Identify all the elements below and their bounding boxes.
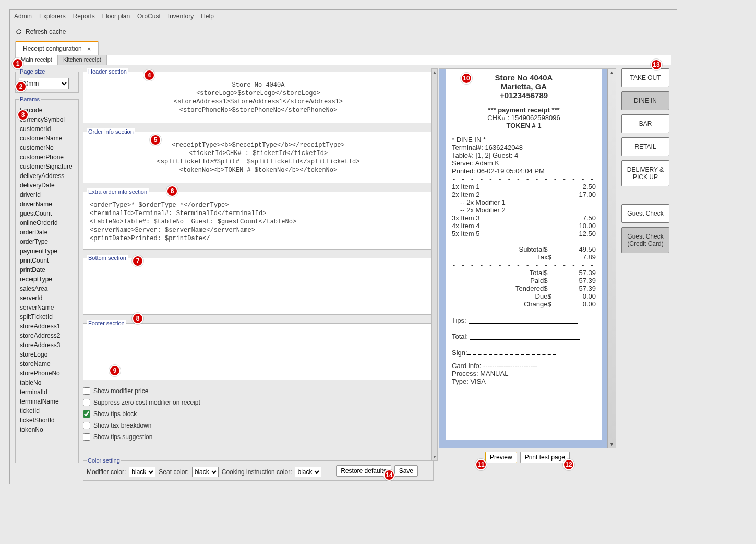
param-guestCount[interactable]: guestCount <box>19 209 75 218</box>
menu-reports[interactable]: Reports <box>73 13 95 20</box>
param-serverId[interactable]: serverId <box>19 293 75 303</box>
param-tableNo[interactable]: tableNo <box>19 378 75 387</box>
btn-dinein[interactable]: DINE IN <box>621 91 669 110</box>
param-driverId[interactable]: driverId <box>19 190 75 199</box>
param-storeName[interactable]: storeName <box>19 359 75 369</box>
param-customerSignature[interactable]: customerSignature <box>19 162 75 171</box>
param-storePhoneNo[interactable]: storePhoneNo <box>19 369 75 378</box>
preview-scrollbar[interactable] <box>607 69 616 448</box>
sign-label: Sign: <box>452 349 467 357</box>
preview-button[interactable]: Preview <box>485 452 517 463</box>
param-splitTicketId[interactable]: splitTicketId <box>19 312 75 322</box>
item-row: 4x Item 410.00 <box>452 222 596 230</box>
param-storeLogo[interactable]: storeLogo <box>19 350 75 359</box>
param-orderType[interactable]: orderType <box>19 237 75 246</box>
preview-table: Table#: [1, 2] Guest: 4 <box>452 151 596 159</box>
preview-city: Marietta, GA <box>452 82 596 91</box>
param-receiptType[interactable]: receiptType <box>19 275 75 284</box>
preview-printed: Printed: 06-02-19 05:04:04 PM <box>452 167 596 175</box>
refresh-button[interactable]: Refresh cache <box>26 28 66 36</box>
param-printCount[interactable]: printCount <box>19 256 75 265</box>
param-tokenNo[interactable]: tokenNo <box>19 425 75 434</box>
restore-button[interactable]: Restore defaults <box>336 465 391 477</box>
param-customerName[interactable]: customerName <box>19 134 75 143</box>
page-size-legend: Page size <box>19 68 46 75</box>
badge-2: 2 <box>15 81 27 92</box>
btn-retail[interactable]: RETAIL <box>621 137 669 156</box>
params-list[interactable]: barcodecurrencySymbolcustomerIdcustomerN… <box>19 105 75 459</box>
menu-help[interactable]: Help <box>201 13 214 20</box>
print-test-button[interactable]: Print test page <box>520 452 570 463</box>
param-terminalName[interactable]: terminalName <box>19 397 75 406</box>
param-serverName[interactable]: serverName <box>19 303 75 312</box>
param-salesArea[interactable]: salesArea <box>19 284 75 293</box>
param-customerPhone[interactable]: customerPhone <box>19 152 75 162</box>
opt-suppress-zero[interactable]: Suppress zero cost modifier on receipt <box>83 397 434 408</box>
menu-inventory[interactable]: Inventory <box>168 13 194 20</box>
item-row: 3x Item 37.50 <box>452 214 596 222</box>
param-onlineOrderId[interactable]: onlineOrderId <box>19 218 75 228</box>
preview-type: *** payment receipt *** <box>452 106 596 114</box>
order-code[interactable]: <receiptType><b>$receiptType</b></receip… <box>87 138 430 180</box>
param-ticketShortId[interactable]: ticketShortId <box>19 416 75 425</box>
dash-1: - - - - - - - - - - - - - - - - - - - - … <box>452 175 596 183</box>
order-legend: Order info section <box>87 128 135 135</box>
param-deliveryAddress[interactable]: deliveryAddress <box>19 171 75 181</box>
badge-5: 5 <box>150 134 161 146</box>
extra-code[interactable]: <orderType>* $orderType *</orderType> <t… <box>87 198 430 246</box>
param-paymentType[interactable]: paymentType <box>19 246 75 256</box>
tab-label: Receipt configuration <box>23 45 82 52</box>
btn-guestcheck[interactable]: Guest Check <box>621 204 669 223</box>
cooking-color-select[interactable]: black <box>295 467 321 477</box>
save-button[interactable]: Save <box>394 465 418 477</box>
menu-explorers[interactable]: Explorers <box>39 13 66 20</box>
btn-bar[interactable]: BAR <box>621 114 669 133</box>
param-storeAddress2[interactable]: storeAddress2 <box>19 331 75 340</box>
close-icon[interactable]: × <box>87 45 91 53</box>
preview-pane: Store No 4040A Marietta, GA +0123456789 … <box>439 68 616 448</box>
param-orderDate[interactable]: orderDate <box>19 228 75 237</box>
cooking-color-label: Cooking instruction color: <box>222 468 292 476</box>
header-code[interactable]: Store No 4040A <storeLogo>$storeLogo</st… <box>87 78 430 120</box>
footer-code[interactable] <box>87 329 430 376</box>
params-legend: Params <box>19 96 41 102</box>
bottom-code[interactable] <box>87 264 430 311</box>
seat-color-select[interactable]: black <box>192 467 219 477</box>
btn-takeout[interactable]: TAKE OUT <box>621 68 669 87</box>
header-section: Header section Store No 4040A <storeLogo… <box>83 68 434 123</box>
param-printDate[interactable]: printDate <box>19 265 75 275</box>
opt-show-tips[interactable]: Show tips block <box>83 408 434 420</box>
order-section: Order info section <receiptType><b>$rece… <box>83 128 434 183</box>
opt-modifier-price[interactable]: Show modifier price <box>83 385 434 397</box>
param-deliveryDate[interactable]: deliveryDate <box>19 181 75 190</box>
tab-receipt-config[interactable]: Receipt configuration × <box>15 41 99 55</box>
dash-2: - - - - - - - - - - - - - - - - - - - - … <box>452 238 596 245</box>
modifier-color-select[interactable]: black <box>129 467 155 477</box>
btn-guestcheck-cc[interactable]: Guest Check (Credit Card) <box>621 227 669 253</box>
mod-row: -- 2x Modifier 1 <box>460 198 596 206</box>
preview-chk: CHK# : 1549062598096 <box>452 114 596 122</box>
btn-delivery[interactable]: DELIVERY & PICK UP <box>621 160 669 186</box>
mod-row: -- 2x Modifier 2 <box>460 206 596 214</box>
menu-admin[interactable]: Admin <box>14 13 32 20</box>
param-customerId[interactable]: customerId <box>19 124 75 134</box>
opt-tips-suggestion[interactable]: Show tips suggestion <box>83 431 434 443</box>
bottom-legend: Bottom section <box>87 255 128 261</box>
opt-tax-breakdown[interactable]: Show tax breakdown <box>83 420 434 431</box>
param-customerNo[interactable]: customerNo <box>19 143 75 152</box>
menu-floorplan[interactable]: Floor plan <box>102 13 130 20</box>
param-ticketId[interactable]: ticketId <box>19 406 75 416</box>
color-legend: Color setting <box>87 457 121 464</box>
menu-orocust[interactable]: OroCust <box>137 13 161 20</box>
param-storeAddress3[interactable]: storeAddress3 <box>19 340 75 350</box>
preview-card: Card info: ------------------------ <box>452 362 596 370</box>
total-label: Total: <box>452 333 468 340</box>
inner-scrollbar[interactable] <box>431 68 438 461</box>
param-driverName[interactable]: driverName <box>19 199 75 209</box>
preview-token: TOKEN # 1 <box>452 122 596 129</box>
param-terminalId[interactable]: terminalId <box>19 387 75 397</box>
menubar[interactable]: Admin Explorers Reports Floor plan OroCu… <box>10 10 677 22</box>
subtab-kitchen[interactable]: Kitchen receipt <box>58 55 107 65</box>
param-storeAddress1[interactable]: storeAddress1 <box>19 322 75 331</box>
preview-store: Store No 4040A <box>452 73 596 82</box>
